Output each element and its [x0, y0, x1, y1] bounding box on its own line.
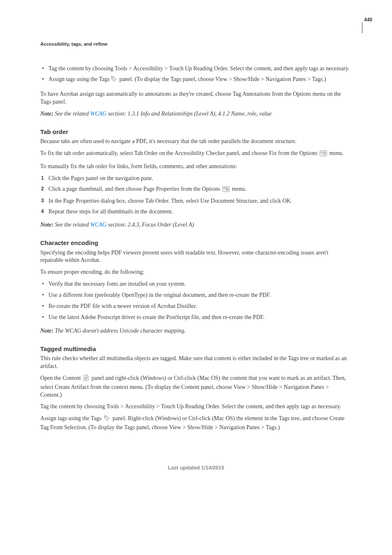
svg-rect-9 [226, 189, 228, 189]
step: Repeat these steps for all thumbnails in… [48, 208, 352, 216]
list-item: Re-create the PDF file with a newer vers… [48, 303, 352, 310]
list-item: Use a different font (preferably OpenTyp… [48, 291, 352, 299]
list-item: Use the latest Adobe Postscript driver t… [48, 314, 352, 321]
note-text-post: section: 1.3.1 Info and Relationships (L… [106, 111, 272, 117]
tag-icon [104, 415, 110, 424]
page-number-rule [362, 22, 363, 33]
svg-rect-8 [226, 187, 228, 188]
paragraph: Specifying the encoding helps PDF viewer… [40, 249, 352, 265]
note: Note: The WCAG doesn't address Unicode c… [40, 327, 352, 335]
note-text-post: section: 2.4.3, Focus Order (Level A) [106, 222, 194, 228]
list-item: Assign tags using the Tags panel. (To di… [48, 76, 352, 85]
note: Note: See the related WCAG section: 2.4.… [40, 221, 352, 229]
intro-bullet-list: Tag the content by choosing Tools > Acce… [40, 65, 352, 85]
content-panel-icon [83, 375, 89, 384]
running-head: Accessibility, tags, and reflow [40, 41, 352, 48]
svg-rect-10 [226, 190, 228, 190]
text-run: menu. [231, 186, 246, 192]
paragraph: To fix the tab order automatically, sele… [40, 150, 352, 159]
note-label: Note: [40, 222, 53, 228]
ordered-steps: Click the Pages panel on the navigation … [40, 175, 352, 216]
note-text: The WCAG doesn't address Unicode charact… [53, 328, 186, 334]
wcag-link[interactable]: WCAG [90, 111, 107, 117]
svg-rect-13 [85, 379, 87, 379]
text-run: menu. [328, 150, 344, 156]
note-label: Note: [40, 328, 53, 334]
svg-rect-5 [323, 154, 326, 155]
paragraph: Open the Content panel and right-click (… [40, 375, 352, 399]
list-item: Verify that the necessary fonts are inst… [48, 280, 352, 288]
step: Click a page thumbnail, and then choose … [48, 185, 352, 194]
tag-icon [111, 76, 117, 85]
text-run: Open the Content [40, 375, 82, 381]
svg-rect-4 [323, 153, 326, 153]
list-item: Tag the content by choosing Tools > Acce… [48, 65, 352, 73]
svg-rect-2 [321, 152, 322, 153]
paragraph: Assign tags using the Tags panel. Right-… [40, 415, 352, 432]
heading-tagged-multimedia: Tagged multimedia [40, 345, 352, 353]
paragraph: To manually fix the tab order for links,… [40, 163, 352, 171]
wcag-link[interactable]: WCAG [90, 222, 107, 228]
step: In the Page Properties dialog box, choos… [48, 197, 352, 205]
svg-rect-7 [224, 187, 225, 189]
svg-rect-12 [85, 378, 88, 378]
step: Click the Pages panel on the navigation … [48, 175, 352, 183]
options-menu-icon [320, 150, 327, 159]
paragraph: Because tabs are often used to navigate … [40, 138, 352, 146]
text-run: Assign tags using the Tags [40, 415, 103, 421]
page-number: 440 [364, 16, 372, 23]
paragraph: Tag the content by choosing Tools > Acce… [40, 403, 352, 411]
paragraph: To ensure proper encoding, do the follow… [40, 268, 352, 276]
note-text-pre: See the related [53, 222, 90, 228]
paragraph: To have Acrobat assign tags automaticall… [40, 90, 352, 106]
note-label: Note: [40, 111, 53, 117]
text-run: Click a page thumbnail, and then choose … [48, 186, 221, 192]
encoding-bullet-list: Verify that the necessary fonts are inst… [40, 280, 352, 321]
note-text-pre: See the related [53, 111, 90, 117]
options-menu-icon [222, 186, 230, 194]
svg-rect-3 [323, 152, 326, 153]
note: Note: See the related WCAG section: 1.3.… [40, 110, 352, 118]
heading-tab-order: Tab order [40, 128, 352, 136]
text-run: To fix the tab order automatically, sele… [40, 150, 319, 156]
footer-last-updated: Last updated 1/14/2015 [40, 465, 352, 472]
svg-rect-11 [85, 377, 88, 377]
svg-point-0 [112, 77, 113, 78]
paragraph: This rule checks whether all multimedia … [40, 355, 352, 370]
svg-point-14 [105, 416, 106, 417]
heading-character-encoding: Character encoding [40, 239, 352, 247]
